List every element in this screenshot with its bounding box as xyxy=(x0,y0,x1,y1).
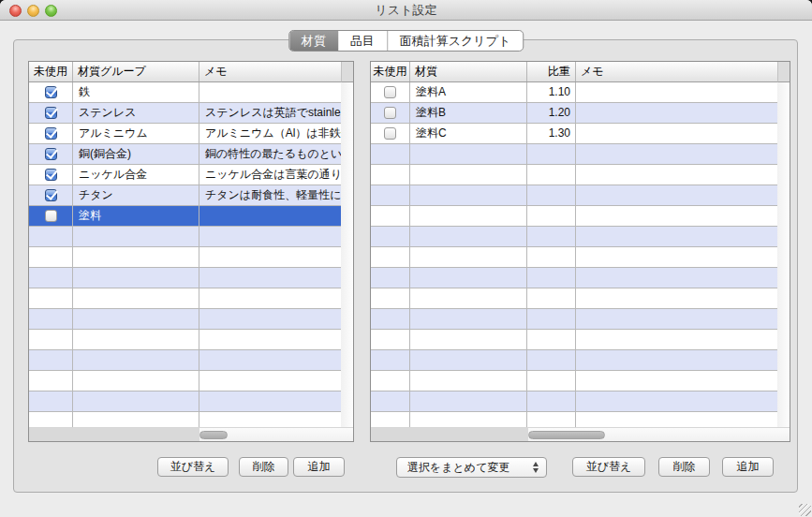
checked-checkbox[interactable] xyxy=(45,148,57,160)
memo-cell xyxy=(199,206,353,226)
column-header[interactable]: メモ xyxy=(199,62,353,81)
left-vertical-scrollbar-track[interactable] xyxy=(341,82,353,427)
material-group-cell: 鉄 xyxy=(73,82,199,102)
table-row[interactable] xyxy=(29,268,353,288)
left-add-button[interactable]: 追加 xyxy=(293,457,345,477)
checkbox-cell xyxy=(371,391,410,411)
material-cell xyxy=(410,330,527,349)
checkbox-cell xyxy=(29,103,73,123)
specific-gravity-cell: 1.20 xyxy=(527,103,576,123)
right-scroll-track-filled[interactable] xyxy=(371,428,528,441)
table-row[interactable] xyxy=(29,371,353,391)
material-group-cell xyxy=(73,371,199,391)
unchecked-checkbox[interactable] xyxy=(45,210,57,222)
table-row[interactable]: 鉄 xyxy=(29,82,353,103)
memo-cell xyxy=(576,288,790,308)
table-row[interactable] xyxy=(371,206,790,227)
memo-cell xyxy=(199,82,353,102)
table-row[interactable] xyxy=(29,247,353,268)
table-row[interactable] xyxy=(371,412,790,427)
table-row[interactable] xyxy=(371,371,790,391)
title-bar[interactable]: リスト設定 xyxy=(0,0,812,21)
checked-checkbox[interactable] xyxy=(45,107,57,119)
checked-checkbox[interactable] xyxy=(45,169,57,181)
checked-checkbox[interactable] xyxy=(45,189,57,201)
table-row[interactable]: 塗料C1.30 xyxy=(371,124,790,144)
table-row[interactable] xyxy=(371,144,790,165)
material-group-cell: チタン xyxy=(73,185,199,205)
specific-gravity-cell: 1.10 xyxy=(527,82,576,102)
table-row[interactable] xyxy=(371,309,790,330)
checkbox-cell xyxy=(29,124,73,143)
table-row[interactable] xyxy=(371,185,790,206)
table-row[interactable] xyxy=(371,350,790,371)
table-row[interactable]: チタンチタンは耐食性、軽量性に優れ xyxy=(29,185,353,206)
table-row[interactable]: 銅(銅合金)銅の特性の最たるものといえば xyxy=(29,144,353,165)
specific-gravity-cell xyxy=(527,185,576,205)
table-row[interactable] xyxy=(29,350,353,371)
left-scrollbar-corner xyxy=(341,62,353,82)
tab-item[interactable]: 品目 xyxy=(338,31,387,51)
table-row[interactable]: 塗料B1.20 xyxy=(371,103,790,124)
left-scroll-track-filled[interactable] xyxy=(29,428,199,441)
table-row[interactable] xyxy=(371,391,790,412)
table-row[interactable] xyxy=(29,227,353,247)
table-row[interactable] xyxy=(371,330,790,350)
column-header[interactable]: 未使用 xyxy=(371,62,410,81)
unchecked-checkbox[interactable] xyxy=(384,127,396,140)
right-horizontal-scrollbar[interactable] xyxy=(371,427,790,441)
right-add-button[interactable]: 追加 xyxy=(722,457,774,477)
memo-cell: チタンは耐食性、軽量性に優れ xyxy=(199,185,353,205)
table-row[interactable] xyxy=(371,247,790,268)
table-row[interactable]: 塗料A1.10 xyxy=(371,82,790,103)
window-title: リスト設定 xyxy=(0,0,812,21)
table-row[interactable] xyxy=(29,412,353,427)
resize-grip-icon[interactable] xyxy=(799,504,811,516)
material-group-cell xyxy=(73,350,199,370)
table-row[interactable]: アルミニウムアルミニウム（Al）は非鉄金属 xyxy=(29,124,353,144)
column-header[interactable]: メモ xyxy=(576,62,790,81)
column-header[interactable]: 比重 xyxy=(527,62,576,81)
unchecked-checkbox[interactable] xyxy=(384,86,396,98)
memo-cell xyxy=(199,288,353,308)
memo-cell xyxy=(576,103,790,123)
right-sort-button[interactable]: 並び替え xyxy=(572,457,645,477)
tab-material[interactable]: 材質 xyxy=(289,31,338,51)
table-row[interactable] xyxy=(29,288,353,309)
left-horizontal-scrollbar[interactable] xyxy=(29,427,353,441)
unchecked-checkbox[interactable] xyxy=(384,107,396,119)
table-row[interactable] xyxy=(29,309,353,330)
checkbox-cell xyxy=(371,268,410,288)
material-group-cell: 塗料 xyxy=(73,206,199,226)
right-delete-button[interactable]: 削除 xyxy=(658,457,710,477)
checked-checkbox[interactable] xyxy=(45,86,57,98)
memo-cell xyxy=(576,350,790,370)
checkbox-cell xyxy=(371,371,410,391)
material-group-table: 未使用材質グループメモ 鉄ステンレスステンレスは英語でstainlessアルミニ… xyxy=(28,61,354,442)
table-row[interactable]: ステンレスステンレスは英語でstainless xyxy=(29,103,353,124)
bulk-change-dropdown[interactable]: 選択をまとめて変更 xyxy=(396,457,547,478)
table-row[interactable]: ニッケル合金ニッケル合金は言葉の通りニッ xyxy=(29,165,353,185)
table-row[interactable]: 塗料 xyxy=(29,206,353,227)
memo-cell xyxy=(199,330,353,349)
tab-area-script[interactable]: 面積計算スクリプト xyxy=(388,31,524,51)
right-scroll-thumb[interactable] xyxy=(528,431,605,439)
memo-cell xyxy=(199,350,353,370)
specific-gravity-cell xyxy=(527,309,576,329)
table-row[interactable] xyxy=(371,165,790,185)
table-row[interactable] xyxy=(371,227,790,247)
column-header[interactable]: 材質グループ xyxy=(73,62,199,81)
table-row[interactable] xyxy=(29,330,353,350)
table-row[interactable] xyxy=(371,288,790,309)
table-row[interactable] xyxy=(29,391,353,412)
checked-checkbox[interactable] xyxy=(45,127,57,140)
column-header[interactable]: 未使用 xyxy=(29,62,73,81)
left-sort-button[interactable]: 並び替え xyxy=(157,457,229,477)
left-delete-button[interactable]: 削除 xyxy=(239,457,288,477)
table-row[interactable] xyxy=(371,268,790,288)
right-vertical-scrollbar-track[interactable] xyxy=(777,82,790,427)
column-header[interactable]: 材質 xyxy=(410,62,527,81)
material-group-cell xyxy=(73,412,199,427)
left-scroll-thumb[interactable] xyxy=(199,431,228,439)
specific-gravity-cell xyxy=(527,412,576,427)
